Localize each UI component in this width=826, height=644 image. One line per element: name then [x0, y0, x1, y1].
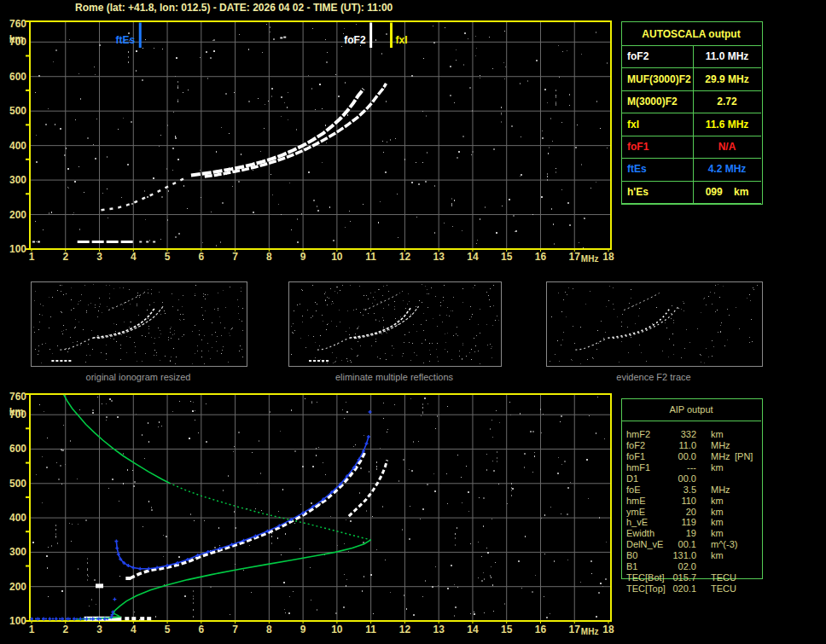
aip-row-unit: km [711, 430, 724, 439]
aip-row-value: 02.0 [664, 562, 696, 571]
autoscala-row-label: MUF(3000)F2 [627, 74, 691, 84]
aip-row-value: 00.0 [664, 474, 696, 484]
table-divider [621, 113, 761, 113]
aip-row-value: 015.7 [664, 573, 696, 583]
aip-row-value: 119 [664, 518, 696, 527]
marker-label-foF2: foF2 [335, 35, 366, 45]
y-axis-tick-label: 400 [0, 513, 26, 523]
aip-row-label: D1 [626, 474, 638, 484]
x-axis-tick-label: 9 [293, 252, 313, 262]
aip-row-value: 020.1 [664, 584, 696, 594]
aip-row-label: h_vE [626, 518, 648, 527]
x-axis-tick-label: 14 [462, 624, 483, 635]
aip-row-unit: km [711, 529, 724, 538]
aip-row-label: Ewidth [626, 529, 654, 538]
thumbnail-ionogram-image [547, 282, 762, 366]
table-divider [621, 421, 761, 421]
aip-row-label: foE [626, 485, 641, 495]
x-axis-tick-label: 1 [21, 624, 42, 635]
aip-row-value: 332 [664, 430, 696, 439]
x-axis-tick-label: 12 [394, 252, 415, 262]
x-axis-tick-label: 15 [497, 624, 517, 635]
x-axis-tick-label: 15 [497, 252, 517, 262]
aip-row-unit: km [711, 551, 724, 560]
x-axis-tick-label: 7 [225, 252, 246, 262]
y-axis-unit-label: km [0, 407, 24, 417]
autoscala-table-title: AUTOSCALA output [621, 29, 761, 39]
autoscala-row-label: ftEs [627, 164, 647, 174]
aip-row-value: 131.0 [664, 551, 696, 560]
aip-row-unit: TECU [711, 584, 736, 594]
autoscala-output-screen: Rome (lat: +41.8, lon: 012.5) - DATE: 20… [0, 0, 826, 644]
autoscala-row-label: h'Es [627, 187, 649, 197]
thumbnail-caption: original ionogram resized [31, 373, 246, 382]
y-axis-unit-label: km [0, 34, 24, 44]
y-axis-tick-label: 600 [0, 444, 26, 454]
aip-row-value: 00.0 [664, 452, 696, 461]
x-axis-tick-label: 4 [123, 624, 143, 635]
aip-row-unit: km [711, 508, 724, 517]
y-axis-tick-label: 400 [0, 141, 26, 151]
aip-row-label: hmF1 [626, 463, 650, 473]
aip-row-value: 11.0 [664, 441, 696, 450]
autoscala-row-value: N/A [694, 142, 760, 152]
autoscala-row-value: 11.0 MHz [694, 51, 760, 61]
autoscala-row-label: M(3000)F2 [627, 96, 678, 107]
aip-row-unit: MHz [711, 452, 730, 461]
autoscala-row-value: 11.6 MHz [694, 119, 760, 130]
x-axis-tick-label: 1 [21, 252, 42, 262]
aip-row-unit: m^(-3) [711, 540, 737, 549]
thumbnail-ionogram-image [289, 282, 501, 366]
table-divider [621, 90, 761, 91]
y-axis-tick-label: 200 [0, 582, 26, 592]
y-axis-tick-label: 300 [0, 547, 26, 557]
x-axis-tick-label: 10 [327, 252, 347, 262]
y-axis-tick-label: 300 [0, 175, 26, 185]
x-axis-tick-label: 8 [259, 252, 279, 262]
autoscala-row-label: fxI [627, 119, 639, 130]
aip-row-label: B0 [626, 551, 637, 560]
x-axis-tick-label: 2 [55, 252, 76, 262]
x-axis-tick-label: 16 [530, 624, 550, 635]
aip-row-label: ymE [626, 508, 645, 517]
table-divider [621, 203, 761, 204]
x-axis-tick-label: 8 [259, 624, 279, 635]
thumbnail-ionogram-image [32, 282, 247, 366]
table-divider [621, 136, 761, 136]
x-axis-tick-label: 2 [55, 624, 76, 635]
x-axis-tick-label: 10 [327, 624, 347, 635]
x-axis-tick-label: 3 [90, 252, 110, 262]
autoscala-row-label: foF1 [627, 142, 649, 152]
x-axis-tick-label: 11 [361, 624, 381, 635]
x-axis-tick-label: 7 [225, 624, 246, 635]
marker-label-ftEs: ftEs [104, 35, 135, 45]
y-axis-tick-label: 600 [0, 72, 26, 82]
aip-row-value: --- [664, 463, 696, 473]
aip-row-value: 19 [664, 529, 696, 538]
aip-row-unit: MHz [711, 485, 730, 495]
y-axis-tick-label: 760 [0, 392, 26, 402]
thumbnail-caption: eliminate multiple reflections [288, 373, 500, 382]
x-axis-tick-label: 16 [530, 252, 550, 262]
aip-row-unit: km [711, 496, 724, 506]
x-axis-tick-label: 3 [90, 624, 110, 635]
autoscala-row-value: 29.9 MHz [694, 74, 760, 84]
thumbnail-eliminate-reflections [288, 281, 502, 367]
aip-row-label: DelN_vE [626, 540, 663, 549]
x-axis-tick-label: 5 [157, 252, 177, 262]
aip-table-title: AIP output [621, 405, 761, 415]
x-axis-tick-label: 12 [394, 624, 415, 635]
y-axis-tick-label: 500 [0, 106, 26, 116]
x-axis-tick-label: 11 [361, 252, 381, 262]
autoscala-row-label: foF2 [627, 51, 649, 61]
thumbnail-evidence-f2-trace [546, 281, 763, 367]
aip-row-value: 00.1 [664, 540, 696, 549]
thumbnail-caption: evidence F2 trace [546, 373, 761, 382]
aip-row-value: 110 [664, 496, 696, 506]
aip-row-label: TEC[Top] [626, 584, 666, 594]
y-axis-tick-label: 760 [0, 19, 26, 29]
aip-row-unit: MHz [711, 441, 730, 450]
y-axis-tick-label: 500 [0, 479, 26, 489]
aip-row-label: TEC[Bot] [626, 573, 665, 583]
autoscala-row-value: 099 km [694, 187, 760, 197]
